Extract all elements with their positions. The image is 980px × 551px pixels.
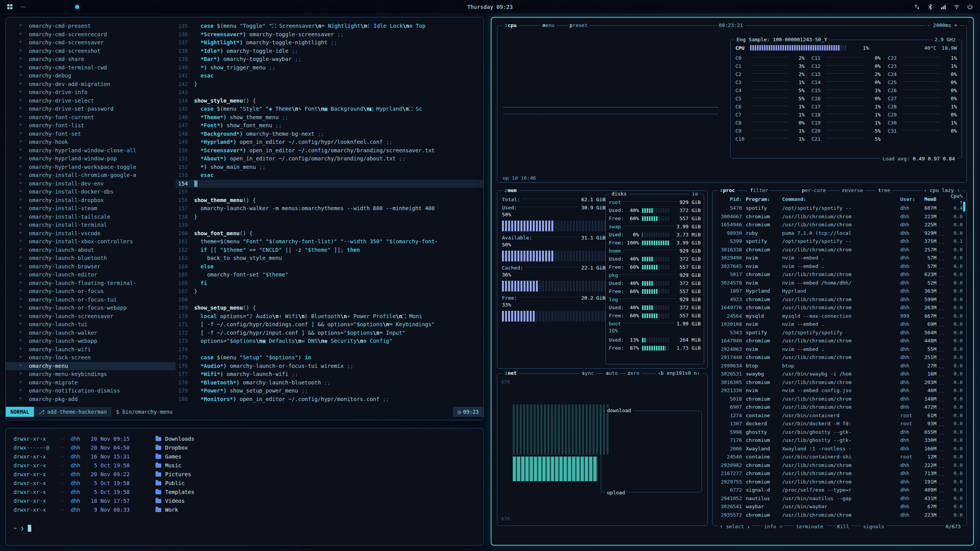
sidebar-file-item[interactable]: * omarchy-hyprland-workspace-toggle bbox=[6, 163, 176, 172]
kill-control[interactable]: Kill bbox=[835, 524, 851, 529]
code-line[interactable]: 157 omarchy-launch-walker -m menus:omarc… bbox=[176, 204, 483, 213]
process-row[interactable]: 2924063 nvim nvim --embed . dhh 55M 0.0 bbox=[716, 345, 963, 354]
process-row[interactable]: 1647940 chromium /usr/lib/chromium/chrom… bbox=[716, 337, 963, 345]
code-line[interactable]: 136 *Screensaver*) omarchy-toggle-screen… bbox=[176, 30, 483, 39]
launcher-grid-icon[interactable] bbox=[7, 4, 13, 10]
code-line[interactable]: 155 bbox=[176, 188, 483, 196]
directory-name[interactable]: Dropbox bbox=[165, 443, 188, 452]
code-line[interactable]: 178 *Bluetooth*) omarchy-launch-bluetoot… bbox=[176, 379, 483, 387]
sidebar-file-item[interactable]: * omarchy-hook bbox=[6, 138, 176, 147]
signals-control[interactable]: signals bbox=[861, 524, 886, 529]
code-line[interactable]: 175 case $(menu "Setup" "$options") in bbox=[176, 354, 483, 362]
directory-name[interactable]: Videos bbox=[165, 497, 185, 506]
sidebar-file-item[interactable]: * omarchy-drive-set-password bbox=[6, 105, 176, 113]
directory-name[interactable]: Public bbox=[165, 479, 185, 488]
process-row[interactable]: 5470 spotify /opt/spotify/spotify -- dhh… bbox=[716, 204, 963, 212]
process-row[interactable]: 7176 chromium /usr/lib/ghostty --gtk- dh… bbox=[716, 436, 963, 445]
proc-panel-title[interactable]: 4proc bbox=[718, 187, 737, 193]
sidebar-file-item[interactable]: * omarchy-launch-tui bbox=[6, 320, 176, 329]
process-row[interactable]: 5343 spotify /opt/spotify/spotify dhh 56… bbox=[716, 329, 963, 337]
sidebar-file-item[interactable]: * omarchy-launch-bluetooth bbox=[6, 254, 176, 263]
sidebar-file-item[interactable]: * omarchy-font-set bbox=[6, 130, 176, 138]
sidebar-file-item[interactable]: * omarchy-launch-screensaver bbox=[6, 312, 176, 321]
terminate-control[interactable]: terminate bbox=[794, 524, 825, 529]
sidebar-file-item[interactable]: * omarchy-install-docker-dbs bbox=[6, 188, 176, 196]
code-line[interactable]: 167 } bbox=[176, 287, 483, 296]
screenshare-icon[interactable] bbox=[914, 4, 920, 10]
process-row[interactable]: 5998 ghostty /usr/bin/ghostty --gtk- dhh… bbox=[716, 428, 963, 436]
code-line[interactable]: 145 case $(menu "Style" "◈ Theme\n✎ Font… bbox=[176, 105, 483, 113]
sidebar-file-item[interactable]: * omarchy-launch-webapp bbox=[6, 337, 176, 345]
sidebar-file-item[interactable]: * omarchy-dev-add-migration bbox=[6, 80, 176, 89]
sidebar-file-item[interactable]: * omarchy-install-steam bbox=[6, 204, 176, 213]
filter-button[interactable]: filter bbox=[748, 187, 770, 193]
process-row[interactable]: 5399 spotify /opt/spotify/spotify -- dhh… bbox=[716, 237, 963, 246]
sidebar-file-item[interactable]: * omarchy-debug bbox=[6, 72, 176, 80]
code-line[interactable]: 177 *Wifi*) omarchy-launch-wifi ;; bbox=[176, 370, 483, 379]
disks-title[interactable]: disks bbox=[610, 191, 629, 197]
code-line[interactable]: 151 *About*) open_in_editor ~/.config/om… bbox=[176, 155, 483, 163]
process-row[interactable]: 98930 ruby puma 7.1.0 (tcp://local dhh 9… bbox=[716, 229, 963, 238]
code-line[interactable]: 160 show_font_menu() { bbox=[176, 229, 483, 238]
process-row[interactable]: 4923 chromium /usr/lib/chromium/chrom dh… bbox=[716, 295, 963, 304]
code-line[interactable]: 176 *Audio*) omarchy-launch-or-focus-tui… bbox=[176, 362, 483, 371]
code-line[interactable]: 180 *Monitors*) open_in_editor ~/.config… bbox=[176, 395, 483, 404]
process-row[interactable]: 24540 containe /usr/bin/containerd-shi r… bbox=[716, 453, 963, 461]
code-line[interactable]: 149 *Hyprland*) open_in_editor ~/.config… bbox=[176, 138, 483, 147]
workspace-button[interactable] bbox=[20, 7, 26, 7]
select-control[interactable]: ↑ select ↓ bbox=[718, 524, 752, 529]
code-line[interactable]: 172 [ -f ~/.config/hypr/input.conf ] && … bbox=[176, 329, 483, 337]
process-row[interactable]: 2167277 chromium /usr/lib/chromium/chrom… bbox=[716, 469, 963, 478]
sidebar-file-item[interactable]: * omarchy-migrate bbox=[6, 379, 176, 387]
bluetooth-icon[interactable] bbox=[927, 4, 933, 10]
code-line[interactable]: 153 esac bbox=[176, 171, 483, 180]
sidebar-file-item[interactable]: * omarchy-install-chromium-google-a bbox=[6, 171, 176, 180]
sidebar-file-item[interactable]: * omarchy-font-current bbox=[6, 113, 176, 122]
process-row[interactable]: 2941052 nautilus /usr/bin/nautilus --gap… bbox=[716, 494, 963, 503]
info-control[interactable]: info ⏎ bbox=[762, 524, 784, 529]
sidebar-file-item[interactable]: * omarchy-drive-select bbox=[6, 97, 176, 105]
sidebar-file-item[interactable]: * omarchy-launch-floating-terminal- bbox=[6, 279, 176, 288]
record-indicator-dot[interactable] bbox=[75, 5, 79, 9]
code-line[interactable]: 142 } bbox=[176, 80, 483, 89]
sidebar-file-item[interactable]: * omarchy-cmd-share bbox=[6, 55, 176, 64]
sync-button[interactable]: sync bbox=[580, 370, 596, 376]
sidebar-file-item[interactable]: * omarchy-launch-walker bbox=[6, 329, 176, 337]
code-line[interactable]: 158 } bbox=[176, 213, 483, 221]
io-toggle[interactable]: io bbox=[690, 191, 700, 197]
code-line[interactable]: 169 show_setup_menu() { bbox=[176, 304, 483, 312]
process-row[interactable]: 2929755 chromium /usr/lib/chromium/chrom… bbox=[716, 478, 963, 486]
mem-panel-title[interactable]: 2mem bbox=[503, 187, 519, 193]
git-branch[interactable]: ⎇ add-theme-hackerman bbox=[34, 407, 112, 417]
process-row[interactable]: 3016338 chromium /usr/lib/chromium/chrom… bbox=[716, 246, 963, 254]
workspace-button[interactable] bbox=[34, 7, 40, 7]
sidebar-file-item[interactable]: * omarchy-cmd-present bbox=[6, 22, 176, 30]
sidebar-file-item[interactable]: * omarchy-drive-info bbox=[6, 88, 176, 97]
process-row[interactable]: 1930108 nvim nvim --embed . dhh 69M 0.0 bbox=[716, 320, 963, 329]
code-line[interactable]: 135 case $(menu "Toggle" "⛶ Screensaver\… bbox=[176, 22, 483, 30]
process-row[interactable]: 3024578 nvim nvim --embed /home/dhh/ dhh… bbox=[716, 279, 963, 287]
process-scrollbar[interactable] bbox=[963, 202, 965, 212]
sidebar-file-item[interactable]: * omarchy-cmd-terminal-cwd bbox=[6, 64, 176, 72]
sidebar-file-item[interactable]: * omarchy-install-xbox-controllers bbox=[6, 238, 176, 246]
code-line[interactable]: 141 esac bbox=[176, 72, 483, 80]
code-line[interactable]: 165 omarchy-font-set "$theme" bbox=[176, 271, 483, 279]
process-row[interactable]: 6772 signal-d /proc/self/exe --type=r dh… bbox=[716, 486, 963, 494]
process-row[interactable]: 5017 chromium /usr/lib/chromium/chrom dh… bbox=[716, 270, 963, 279]
workspace-button[interactable] bbox=[62, 7, 68, 7]
code-line[interactable]: 163 back_to show_style_menu bbox=[176, 254, 483, 263]
process-row[interactable]: 6907 chromium /usr/lib/chromium/chrom dh… bbox=[716, 403, 963, 411]
code-line[interactable]: 139 *Bar*) omarchy-toggle-waybar ;; bbox=[176, 55, 483, 64]
code-line[interactable]: 143 bbox=[176, 88, 483, 97]
process-row[interactable]: 2999634 btop btop dhh 27M 0.0 bbox=[716, 362, 963, 370]
directory-name[interactable]: Templates bbox=[165, 488, 194, 497]
sidebar-file-item[interactable]: * omarchy-hyprland-window-pop bbox=[6, 155, 176, 163]
sort-selector[interactable]: ‹ cpu lazy › bbox=[922, 187, 962, 193]
process-row[interactable]: 1274 containe /usr/bin/containerd root 6… bbox=[716, 411, 963, 420]
process-row[interactable]: 2917448 chromium /usr/lib/chromium/chrom… bbox=[716, 353, 963, 362]
net-panel-title[interactable]: 3net bbox=[503, 370, 519, 376]
code-line[interactable]: 168 bbox=[176, 296, 483, 304]
sidebar-file-item[interactable]: * omarchy-install-tailscale bbox=[6, 213, 176, 221]
code-line[interactable]: 179 *Power*) show_setup_power_menu ;; bbox=[176, 387, 483, 395]
code-line[interactable]: 170 local options="♪ Audio\n⇡ Wifi\nᛒ Bl… bbox=[176, 312, 483, 321]
